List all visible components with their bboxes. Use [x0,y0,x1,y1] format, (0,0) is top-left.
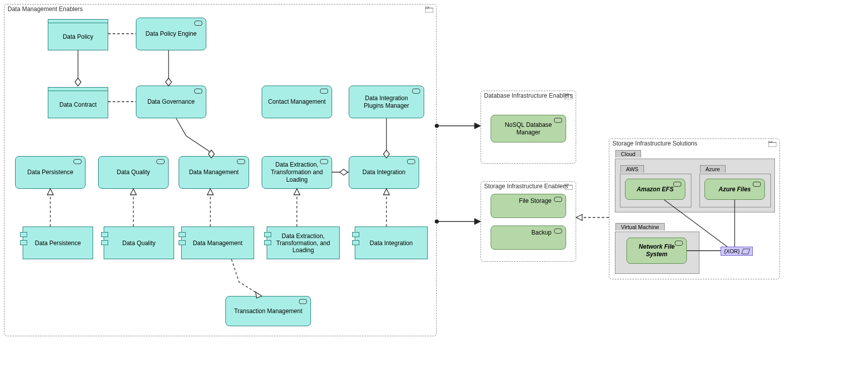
label: Data Persistence [35,240,81,247]
pill-icon [237,159,245,164]
node-data-integration: Data Integration [349,156,419,189]
node-transaction-management: Transaction Management [225,296,311,326]
node-data-management: Data Management [179,156,249,189]
pill-icon [73,159,82,164]
node-contact-management: Contact Management [262,86,332,118]
folder-icon [425,7,433,13]
label: Network File System [632,243,681,258]
node-backup: Backup [491,226,566,250]
node-data-persistence: Data Persistence [15,156,86,189]
folder-icon [565,184,573,190]
node-file-storage: File Storage [491,194,566,218]
pill-icon [320,159,328,164]
subgroup-cloud-label: Cloud [615,150,641,158]
pill-icon [673,182,681,187]
group-sie-label: Storage Infrastructure Enablers [484,183,568,190]
label: Data Management [189,169,239,176]
svg-rect-5 [565,184,568,185]
label: Data Integration Plugins Manager [354,95,419,110]
svg-marker-37 [576,214,582,220]
pill-icon [299,299,307,304]
label: Data Policy [63,33,94,40]
node-data-quality: Data Quality [98,156,169,189]
xor-junction: {XOR} [721,247,753,256]
label: Data Contract [59,101,97,108]
group-sie: Storage Infrastructure Enablers [481,181,576,262]
pill-icon [194,89,202,94]
node-amazon-efs: Amazon EFS [625,179,685,200]
label: Data Integration [362,169,405,176]
svg-rect-1 [425,7,429,8]
svg-rect-2 [565,95,573,99]
pill-icon [554,118,562,123]
subgroup-vm-label: Virtual Machine [615,223,665,231]
note-icon [741,249,750,254]
pill-icon [156,159,165,164]
label: Azure Files [719,186,751,193]
label: Transaction Management [234,308,302,315]
folder-icon [565,93,573,99]
svg-rect-0 [425,8,433,13]
pill-icon [675,241,683,246]
pill-icon [554,229,562,234]
label: Amazon EFS [637,186,673,193]
pill-icon [412,89,420,94]
group-dbie-label: Database Infrastructure Enablers [484,92,573,99]
label: Data Quality [122,240,155,247]
pill-icon [753,182,761,187]
node-nosql-manager: NoSQL Database Manager [491,115,566,142]
node-data-governance: Data Governance [136,86,206,118]
group-sis-label: Storage Infrastructure Solutions [612,140,697,147]
label: NoSQL Database Manager [496,121,561,136]
comp-data-persistence: Data Persistence [23,227,93,259]
label: File Storage [519,197,551,205]
label: Data Persistence [27,169,73,176]
svg-rect-7 [768,141,772,142]
node-data-contract: Data Contract [48,91,108,118]
node-nfs: Network File System [626,238,687,264]
label: Backup [531,229,551,237]
svg-marker-35 [475,218,481,225]
pill-icon [554,197,562,202]
label: Data Quality [117,169,150,176]
pill-icon [194,21,202,26]
label: Data Extraction, Transformation, and Loa… [267,233,339,254]
comp-detl: Data Extraction, Transformation, and Loa… [267,227,340,259]
svg-rect-3 [565,93,568,95]
svg-rect-4 [565,185,573,190]
label: Data Integration [370,240,413,247]
svg-marker-32 [475,123,481,129]
label: Data Management [193,240,243,247]
node-dip-manager: Data Integration Plugins Manager [349,86,424,118]
node-azure-files: Azure Files [704,179,765,200]
comp-data-quality: Data Quality [104,227,174,259]
label: Contact Management [268,98,326,106]
comp-data-management: Data Management [181,227,254,259]
group-dme-label: Data Management Enablers [8,6,83,13]
subgroup-aws-label: AWS [620,165,644,173]
label: {XOR} [724,248,740,254]
pill-icon [320,89,328,94]
node-data-policy: Data Policy [48,23,108,50]
pill-icon [407,159,415,164]
node-detl: Data Extraction, Transformation and Load… [262,156,332,189]
svg-rect-6 [768,142,776,147]
label: Data Extraction, Transformation and Load… [267,161,327,184]
label: Data Governance [147,98,195,106]
subgroup-azure-label: Azure [700,165,726,173]
folder-icon [768,141,776,147]
label: Data Policy Engine [145,30,196,38]
node-data-policy-engine: Data Policy Engine [136,18,206,50]
comp-data-integration: Data Integration [355,227,428,259]
